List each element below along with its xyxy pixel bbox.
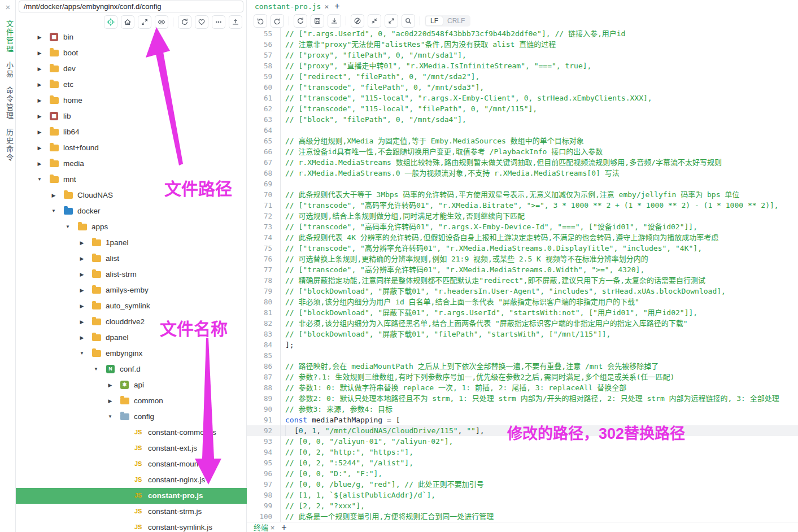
side-tab-xiaoyi[interactable]: 小易: [4, 62, 15, 79]
expand-arrow-icon[interactable]: ▶: [36, 34, 43, 40]
code-line-91[interactable]: 91const mediaPathMapping = [: [247, 415, 798, 425]
expand-arrow-icon[interactable]: ▶: [36, 145, 43, 151]
expand-arrow-icon[interactable]: ▶: [36, 82, 43, 88]
more-button[interactable]: [212, 15, 225, 29]
tree-item-amilys-emby[interactable]: ▶amilys-emby: [16, 282, 247, 298]
tree-item-constant-ext-js[interactable]: JSconstant-ext.js: [16, 441, 247, 456]
tree-item-constant-nginx-js[interactable]: JSconstant-nginx.js: [16, 472, 247, 488]
expand-arrow-icon[interactable]: ▶: [79, 240, 85, 246]
tree-item-lost-found[interactable]: ▶lost+found: [16, 140, 247, 156]
tree-item-dpanel[interactable]: ▶dpanel: [16, 330, 247, 346]
path-input[interactable]: /mnt/docker/apps/embynginx/conf.d/config: [19, 1, 243, 12]
expand-arrow-icon[interactable]: ▶: [79, 335, 85, 341]
code-line-68[interactable]: 68// r.XMedia.MediaStreams.0 一般为视频流对象,不支…: [247, 168, 798, 178]
tree-item-constant-strm-js[interactable]: JSconstant-strm.js: [16, 504, 247, 520]
download-button[interactable]: [328, 14, 341, 28]
line-ending-lf[interactable]: LF: [426, 16, 443, 25]
code-line-61[interactable]: 61// ["transcode", "115-local", "r.args.…: [247, 93, 798, 103]
code-line-78[interactable]: 78// 精确屏蔽指定功能,注意同样是整体规则都不匹配默认走"redirect"…: [247, 275, 798, 286]
expand-arrow-icon[interactable]: ▶: [36, 161, 43, 167]
code-line-56[interactable]: 56// 注意非"proxy"无法使用"alistRes"条件,因为没有获取 a…: [247, 39, 798, 50]
code-line-92[interactable]: 92[0, 1, "/mnt/CloudNAS/CloudDrive/115",…: [247, 425, 798, 436]
collapse-arrow-icon[interactable]: ▼: [36, 177, 43, 182]
code-line-74[interactable]: 74// 此条规则代表 4K 分辨率的允许转码,但假如设备自身上报和上游决定走转…: [247, 232, 798, 243]
code-line-85[interactable]: 85: [247, 350, 798, 361]
expand-arrow-icon[interactable]: ▶: [79, 256, 85, 261]
tree-item-mnt[interactable]: ▼mnt: [16, 172, 247, 187]
tree-item-constant-mount-js[interactable]: JSconstant-mount.js: [16, 456, 247, 472]
expand-button[interactable]: [385, 14, 398, 28]
code-line-63[interactable]: 63// ["block", "filePath", 0, "/mnt/sda4…: [247, 114, 798, 125]
code-line-94[interactable]: 94// [0, 2, "http:", "https:"],: [247, 447, 798, 457]
tree-item-boot[interactable]: ▶boot: [16, 45, 247, 61]
locate-button[interactable]: [104, 15, 117, 29]
code-line-66[interactable]: 66// 注意设备id具有唯一性,不会跟随切换用户变更,取值参考 /Playba…: [247, 146, 798, 157]
code-line-60[interactable]: 60// ["transcode", "filePath", 0, "/mnt/…: [247, 82, 798, 93]
code-line-72[interactable]: 72// 可选规则,结合上条规则做分组,同时满足才能生效,否则继续向下匹配: [247, 211, 798, 221]
code-line-69[interactable]: 69: [247, 178, 798, 189]
expand-arrow-icon[interactable]: ▶: [79, 287, 85, 293]
tree-item-constant-common-js[interactable]: JSconstant-common.js: [16, 425, 247, 441]
tree-item-config[interactable]: ▼config: [16, 409, 247, 425]
tree-item-etc[interactable]: ▶etc: [16, 77, 247, 93]
code-line-57[interactable]: 57// ["proxy", "filePath", 0, "/mnt/sda1…: [247, 50, 798, 60]
collapse-arrow-icon[interactable]: ▼: [50, 208, 57, 213]
expand-arrow-icon[interactable]: ▶: [36, 114, 43, 119]
code-line-75[interactable]: 75// ["transcode", "高分辨率允许转码01", "r.XMed…: [247, 243, 798, 254]
code-line-99[interactable]: 99// [2, 2, "?xxx"],: [247, 500, 798, 511]
side-tab-command-manager[interactable]: 命令管理: [4, 86, 15, 120]
code-line-95[interactable]: 95// [0, 2, ":5244", "/alist"],: [247, 457, 798, 468]
tree-item-conf-d[interactable]: ▼Nconf.d: [16, 361, 247, 377]
terminal-new-tab-button[interactable]: +: [281, 522, 286, 532]
tab-close-icon[interactable]: ×: [324, 2, 329, 11]
tree-item-api[interactable]: ▶✱api: [16, 377, 247, 393]
code-line-84[interactable]: 84];: [247, 339, 798, 350]
tree-item-home[interactable]: ▶home: [16, 93, 247, 108]
expand-arrow-icon[interactable]: ▶: [36, 129, 43, 135]
upload-button[interactable]: [229, 15, 242, 29]
code-line-83[interactable]: 83// ["blockDownload", "屏蔽下载01", "filePa…: [247, 329, 798, 339]
tree-item-constant-pro-js[interactable]: JSconstant-pro.js: [16, 488, 247, 504]
tree-item-cloudnas[interactable]: ▶CloudNAS: [16, 187, 247, 203]
side-tab-history-commands[interactable]: 历史命令: [4, 128, 15, 162]
code-line-90[interactable]: 90// 参数3: 来源, 参数4: 目标: [247, 404, 798, 415]
code-line-98[interactable]: 98// [1, 1, `${alistPublicAddr}/d`],: [247, 490, 798, 500]
new-tab-button[interactable]: +: [334, 1, 339, 11]
code-line-88[interactable]: 88// 参数1: 0: 默认做字符串替换 replace 一次, 1: 前插,…: [247, 382, 798, 393]
code-line-82[interactable]: 82// 非必须,该分组内细分为入库路径黑名单,结合上面两条代表 "屏蔽指定标识…: [247, 318, 798, 329]
tree-item-constant-symlink-js[interactable]: JSconstant-symlink.js: [16, 520, 247, 532]
code-line-55[interactable]: 55// ["r.args.UserId", 0, "ac0d220d548f4…: [247, 28, 798, 39]
jump-path-button[interactable]: [138, 15, 151, 29]
code-line-67[interactable]: 67// r.XMedia.MediaStreams 数组比较特殊,路由规则暂未…: [247, 157, 798, 168]
save-button[interactable]: [311, 14, 324, 28]
tree-item-embynginx[interactable]: ▼embynginx: [16, 346, 247, 361]
refresh-button[interactable]: [178, 15, 191, 29]
collapse-arrow-icon[interactable]: ▼: [79, 351, 85, 356]
code-line-86[interactable]: 86// 路径映射,会在 mediaMountPath 之后从上到下依次全部替换…: [247, 361, 798, 372]
code-line-64[interactable]: 64: [247, 125, 798, 136]
terminal-close-icon[interactable]: ×: [271, 524, 275, 532]
code-line-71[interactable]: 71// ["transcode", "高码率允许转码01", "r.XMedi…: [247, 200, 798, 211]
tree-item-alist[interactable]: ▶alist: [16, 251, 247, 267]
editor-tab-constant-pro[interactable]: constant-pro.js×: [255, 2, 329, 11]
tree-item-bin[interactable]: ▶▦bin: [16, 29, 247, 45]
expand-arrow-icon[interactable]: ▶: [36, 50, 43, 56]
expand-arrow-icon[interactable]: ▶: [50, 193, 57, 198]
tree-item-apps[interactable]: ▼apps: [16, 219, 247, 235]
code-line-70[interactable]: 70// 此条规则代表大于等于 3Mbps 码率的允许转码,平方使用双星号表示,…: [247, 189, 798, 200]
code-line-97[interactable]: 97// [0, 0, /blue/g, "red"], // 此处正则不要加引…: [247, 479, 798, 490]
tree-item-1panel[interactable]: ▶1panel: [16, 235, 247, 251]
undo-button[interactable]: [254, 14, 267, 28]
terminal-tab[interactable]: 终端 ×: [254, 522, 274, 532]
expand-arrow-icon[interactable]: ▶: [107, 398, 114, 404]
expand-arrow-icon[interactable]: ▶: [107, 382, 114, 388]
code-line-77[interactable]: 77// ["transcode", "高分辨率允许转码01", "r.XMed…: [247, 264, 798, 275]
tree-item-dev[interactable]: ▶dev: [16, 61, 247, 77]
side-tab-file-manager[interactable]: 文件管理: [4, 20, 15, 54]
redo-button[interactable]: [271, 14, 284, 28]
search-button[interactable]: [402, 14, 415, 28]
code-line-76[interactable]: 76// 可选替换上条规则,更精确的分辨率规则,例如 21:9 视频,或某些 2…: [247, 254, 798, 264]
expand-arrow-icon[interactable]: ▶: [36, 66, 43, 72]
tree-item-docker[interactable]: ▼docker: [16, 203, 247, 219]
collapse-arrow-icon[interactable]: ▼: [93, 367, 99, 372]
